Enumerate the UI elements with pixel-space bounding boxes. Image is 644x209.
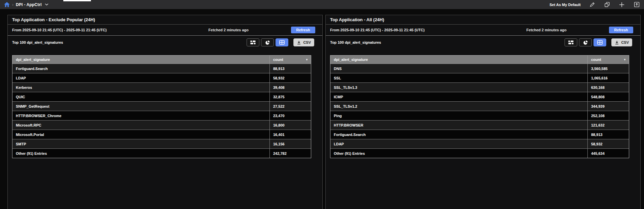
fetched-status: Fetched 2 minutes ago bbox=[208, 28, 249, 32]
table-row[interactable]: Other (91) Entries242,782 bbox=[12, 148, 311, 158]
table-row[interactable]: LDAP58,932 bbox=[12, 73, 311, 82]
panel-subtitle: Top 100 dpi_alert_signatures bbox=[330, 40, 565, 44]
chevron-down-icon[interactable] bbox=[45, 3, 49, 6]
set-as-my-default-button[interactable]: Set As My Default bbox=[549, 3, 581, 7]
table-row[interactable]: Kerberos39,408 bbox=[12, 82, 311, 92]
signature-cell: LDAP bbox=[330, 142, 587, 146]
fetched-status: Fetched 2 minutes ago bbox=[526, 28, 567, 32]
count-cell: 548,808 bbox=[587, 92, 629, 101]
csv-label: CSV bbox=[621, 40, 629, 44]
table-view-icon bbox=[597, 40, 603, 45]
signature-cell: SSL_TLSv1.2 bbox=[330, 104, 587, 108]
count-cell: 1,065,616 bbox=[587, 73, 629, 82]
column-header-count[interactable]: count ▼ bbox=[269, 56, 311, 64]
summary-view-button[interactable] bbox=[565, 38, 577, 46]
table-header-row: dpi_alert_signature count ▼ bbox=[330, 56, 629, 64]
signature-cell: DNS bbox=[330, 67, 587, 71]
csv-download-button[interactable]: CSV bbox=[611, 38, 632, 46]
copy-icon[interactable] bbox=[604, 1, 610, 8]
table-row[interactable]: SNMP_GetRequest27,522 bbox=[12, 101, 311, 111]
panel-top-application-all: Top Application - All (24H) From 2025-09… bbox=[325, 15, 641, 209]
column-header-signature[interactable]: dpi_alert_signature bbox=[12, 58, 269, 62]
table-row[interactable]: HTTP.BROWSER_Chrome23,470 bbox=[12, 111, 311, 120]
table-view-button[interactable] bbox=[593, 38, 606, 46]
count-cell: 88,913 bbox=[587, 130, 629, 139]
download-icon bbox=[297, 40, 301, 45]
download-icon bbox=[615, 40, 619, 45]
count-cell: 58,932 bbox=[587, 139, 629, 148]
export-icon[interactable] bbox=[633, 1, 640, 8]
table-row[interactable]: SSL1,065,616 bbox=[330, 73, 629, 82]
table-row[interactable]: LDAP58,932 bbox=[330, 139, 629, 148]
view-toggle-group bbox=[247, 38, 288, 46]
signature-cell: Microsoft.RPC bbox=[12, 123, 269, 127]
refresh-button[interactable]: Refresh bbox=[291, 27, 315, 33]
table-view-icon bbox=[279, 40, 285, 45]
signature-cell: Ping bbox=[330, 114, 587, 118]
signature-cell: QUIC bbox=[12, 95, 269, 99]
table-row[interactable]: Microsoft.RPC16,800 bbox=[12, 120, 311, 130]
column-header-count[interactable]: count ▼ bbox=[587, 56, 629, 64]
signature-cell: HTTP.BROWSER_Chrome bbox=[12, 114, 269, 118]
csv-download-button[interactable]: CSV bbox=[293, 38, 314, 46]
top-navigation-bar: › DPI - AppCtrl Set As My Default bbox=[0, 0, 644, 9]
column-header-signature[interactable]: dpi_alert_signature bbox=[330, 58, 587, 62]
signatures-table: dpi_alert_signature count ▼ DNS3,560,585… bbox=[330, 55, 629, 158]
panel-meta-row: From 2025-09-10 21:45 (UTC) - 2025-09-11… bbox=[326, 25, 640, 36]
signature-cell: LDAP bbox=[12, 76, 269, 80]
count-cell: 3,560,585 bbox=[587, 64, 629, 73]
signature-cell: SSL bbox=[330, 76, 587, 80]
table-row[interactable]: DNS3,560,585 bbox=[330, 64, 629, 73]
plus-icon[interactable] bbox=[618, 1, 625, 8]
date-range-label: From 2025-09-10 21:45 (UTC) - 2025-09-11… bbox=[12, 28, 208, 32]
sort-desc-icon: ▼ bbox=[623, 58, 626, 61]
table-body: Fortiguard.Search88,913LDAP58,932Kerbero… bbox=[12, 64, 311, 158]
count-cell: 121,632 bbox=[587, 120, 629, 130]
panel-header: Top Application - Exclude Popular (24H) bbox=[8, 15, 322, 25]
summary-view-button[interactable] bbox=[247, 38, 259, 46]
table-view-button[interactable] bbox=[276, 38, 288, 46]
table-row[interactable]: SSL_TLSv1.3630,168 bbox=[330, 82, 629, 92]
signature-cell: Fortiguard.Search bbox=[12, 67, 269, 71]
signature-cell: Other (91) Entries bbox=[12, 151, 269, 155]
table-row[interactable]: Microsoft.Portal16,401 bbox=[12, 130, 311, 139]
pie-view-button[interactable] bbox=[579, 38, 592, 46]
count-cell: 344,939 bbox=[587, 102, 629, 111]
table-row[interactable]: HTTP.BROWSER121,632 bbox=[330, 120, 629, 130]
pencil-icon[interactable] bbox=[589, 1, 595, 8]
table-row[interactable]: Other (91) Entries445,634 bbox=[330, 148, 629, 158]
dashboard-content: Top Application - Exclude Popular (24H) … bbox=[0, 15, 644, 209]
table-row[interactable]: Fortiguard.Search88,913 bbox=[12, 64, 311, 73]
signature-cell: ICMP bbox=[330, 95, 587, 99]
panel-header: Top Application - All (24H) bbox=[326, 15, 640, 25]
signature-cell: Kerberos bbox=[12, 85, 269, 90]
date-range-label: From 2025-09-10 21:45 (UTC) - 2025-09-11… bbox=[330, 28, 526, 32]
signature-cell: SMTP bbox=[12, 142, 269, 146]
count-cell: 630,168 bbox=[587, 83, 629, 92]
breadcrumb-title[interactable]: DPI - AppCtrl bbox=[16, 2, 42, 7]
table-row[interactable]: ICMP548,808 bbox=[330, 92, 629, 101]
breadcrumb-separator-icon: › bbox=[12, 2, 13, 7]
count-cell: 16,401 bbox=[269, 130, 311, 139]
panel-toolbar: Top 100 dpi_alert_signatures bbox=[326, 36, 640, 49]
count-cell: 58,932 bbox=[269, 73, 311, 82]
table-row[interactable]: SMTP16,156 bbox=[12, 139, 311, 148]
table-row[interactable]: Ping252,108 bbox=[330, 111, 629, 120]
table-header-row: dpi_alert_signature count ▼ bbox=[12, 56, 311, 64]
panel-top-application-exclude-popular: Top Application - Exclude Popular (24H) … bbox=[7, 15, 323, 209]
refresh-button[interactable]: Refresh bbox=[609, 27, 633, 33]
panel-toolbar: Top 100 dpi_alert_signatures bbox=[8, 36, 322, 49]
signature-cell: Other (91) Entries bbox=[330, 151, 587, 155]
pie-view-button[interactable] bbox=[261, 38, 274, 46]
table-row[interactable]: Fortiguard.Search88,913 bbox=[330, 130, 629, 139]
count-cell: 252,108 bbox=[587, 111, 629, 120]
table-row[interactable]: SSL_TLSv1.2344,939 bbox=[330, 101, 629, 111]
count-header-label: count bbox=[591, 58, 601, 62]
count-cell: 23,470 bbox=[269, 111, 311, 120]
home-icon[interactable] bbox=[4, 2, 10, 7]
table-row[interactable]: QUIC32,875 bbox=[12, 92, 311, 101]
panel-title: Top Application - Exclude Popular (24H) bbox=[12, 17, 95, 22]
count-header-label: count bbox=[273, 58, 283, 62]
panel-subtitle: Top 100 dpi_alert_signatures bbox=[12, 40, 247, 44]
pie-chart-icon bbox=[265, 40, 270, 45]
